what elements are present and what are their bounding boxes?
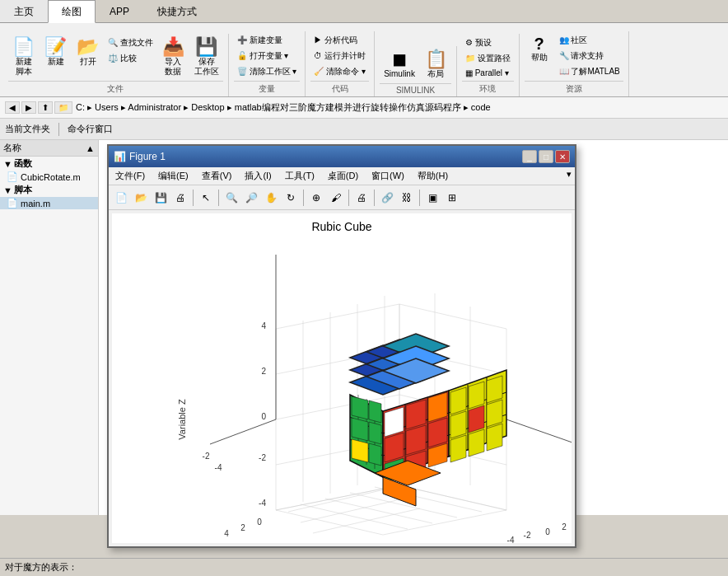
fig-print-button[interactable]: 🖨 [171, 189, 189, 207]
svg-text:4: 4 [261, 321, 266, 330]
open-var-button[interactable]: 🔓 打开变量 ▾ [234, 49, 301, 63]
breadcrumb-bar: ◀ ▶ ⬆ 📁 C: ▸ Users ▸ Administrator ▸ Des… [0, 97, 728, 119]
open-button[interactable]: 📂 打开 [72, 35, 103, 69]
preferences-button[interactable]: ⚙ 预设 [462, 35, 514, 50]
save-workspace-button[interactable]: 💾 保存工作区 [190, 35, 223, 79]
back-button[interactable]: ◀ [5, 101, 20, 114]
expand-icon2: ▼ [3, 185, 12, 195]
compare-button[interactable]: ⚖️ 比较 [105, 51, 156, 66]
fig-open-button[interactable]: 📂 [132, 189, 150, 207]
svg-text:4: 4 [224, 529, 229, 538]
new-script-icon: 📄 [12, 38, 35, 56]
file-main[interactable]: 📄 main.m [0, 197, 98, 209]
new-script-button[interactable]: 📄 新建脚本 [8, 35, 39, 79]
file-icon2: 📄 [7, 198, 18, 208]
current-folder-label: 当前文件夹 [5, 123, 50, 135]
fig-sep1 [193, 190, 194, 206]
tab-shortcut[interactable]: 快捷方式 [143, 0, 211, 22]
analyze-code-button[interactable]: ▶ 分析代码 [310, 33, 369, 48]
figure-close-button[interactable]: ✕ [555, 150, 570, 163]
svg-text:-2: -2 [524, 531, 531, 540]
figure-icon: 📊 [114, 151, 126, 162]
tab-app[interactable]: APP [96, 0, 143, 22]
expand-icon: ▼ [3, 159, 12, 169]
folder-icon-button[interactable]: 📁 [54, 101, 72, 114]
layout-button[interactable]: 📋 布局 [421, 48, 451, 82]
svg-line-22 [210, 419, 276, 444]
fig-sep4 [348, 190, 349, 206]
fig-data-cursor-button[interactable]: ⊕ [307, 189, 325, 207]
filename2: main.m [21, 199, 50, 208]
new-icon: 📝 [44, 38, 67, 56]
fig-pan-button[interactable]: ✋ [262, 189, 280, 207]
figure-maximize-button[interactable]: □ [539, 150, 553, 163]
figure-minimize-button[interactable]: _ [522, 150, 537, 163]
figure-toolbar: 📄 📂 💾 🖨 ↖ 🔍 🔎 ✋ ↻ ⊕ 🖌 🖨 🔗 ⛓ ▣ ⊞ [109, 185, 575, 210]
parallel-button[interactable]: ▦ Parallel ▾ [462, 67, 514, 79]
section-scripts[interactable]: ▼ 脚本 [0, 183, 98, 197]
set-path-button[interactable]: 📁 设置路径 [462, 51, 514, 66]
new-var-button[interactable]: ➕ 新建变量 [234, 33, 301, 48]
svg-marker-88 [487, 424, 502, 451]
figure-window: 📊 Figure 1 _ □ ✕ 文件(F) 编辑(E) 查看(V) 插入(I)… [107, 144, 576, 548]
save-icon: 💾 [195, 38, 217, 56]
clear-workspace-button[interactable]: 🗑️ 清除工作区 ▾ [234, 64, 301, 79]
simulink-group-label: SIMULINK [380, 83, 451, 95]
fig-brush-button[interactable]: 🖌 [327, 189, 345, 207]
fig-menu-file[interactable]: 文件(F) [112, 169, 148, 183]
svg-text:-4: -4 [259, 499, 266, 508]
fig-menu-tools[interactable]: 工具(T) [282, 169, 318, 183]
section-functions[interactable]: ▼ 函数 [0, 157, 98, 171]
svg-text:Variable X: Variable X [519, 541, 561, 543]
divider [58, 123, 59, 136]
svg-marker-71 [352, 439, 368, 462]
svg-marker-81 [450, 411, 466, 438]
fig-menu-edit[interactable]: 编辑(E) [155, 169, 192, 183]
fig-menu-help[interactable]: 帮助(H) [414, 169, 451, 183]
fig-link-button[interactable]: 🔗 [378, 189, 396, 207]
status-bar: 对于魔方的表示： [0, 558, 728, 576]
svg-marker-83 [469, 382, 484, 409]
simulink-button[interactable]: ◼ Simulink [380, 48, 419, 82]
fig-menu-insert[interactable]: 插入(I) [241, 169, 274, 183]
ribbon-group-vars: ➕ 新建变量 🔓 打开变量 ▾ 🗑️ 清除工作区 ▾ 变量 [229, 31, 306, 96]
file-icon: 📄 [7, 171, 18, 182]
tab-home[interactable]: 主页 [0, 0, 48, 22]
import-icon: 📥 [162, 38, 184, 56]
tab-plot[interactable]: 绘图 [48, 0, 96, 23]
up-button[interactable]: ⬆ [38, 101, 53, 114]
fig-multi-button[interactable]: ⊞ [443, 189, 461, 207]
panel-header: 名称 ▲ [0, 140, 98, 157]
fig-new-button[interactable]: 📄 [112, 189, 130, 207]
fig-zoom-out-button[interactable]: 🔎 [242, 189, 260, 207]
new-button[interactable]: 📝 新建 [40, 35, 71, 69]
svg-text:Variable Z: Variable Z [177, 399, 187, 440]
file-cubicrotate[interactable]: 📄 CubicRotate.m [0, 171, 98, 183]
clear-commands-button[interactable]: 🧹 清除命令 ▾ [310, 64, 369, 79]
help-button[interactable]: ? 帮助 [525, 33, 554, 65]
fig-save-button[interactable]: 💾 [152, 189, 170, 207]
community-button[interactable]: 👥 社区 [556, 33, 623, 48]
svg-text:2: 2 [240, 523, 245, 532]
tab-bar: 主页 绘图 APP 快捷方式 [0, 0, 728, 23]
svg-marker-74 [369, 443, 381, 466]
forward-button[interactable]: ▶ [21, 101, 36, 114]
learn-matlab-button[interactable]: 📖 了解MATLAB [556, 64, 623, 79]
code-group-label: 代码 [310, 81, 369, 95]
fig-rotate-button[interactable]: ↻ [282, 189, 300, 207]
fig-cursor-button[interactable]: ↖ [197, 189, 215, 207]
fig-sep2 [218, 190, 219, 206]
fig-menu-desktop[interactable]: 桌面(D) [324, 169, 362, 183]
fig-zoom-in-button[interactable]: 🔍 [222, 189, 240, 207]
import-data-button[interactable]: 📥 导入数据 [158, 35, 189, 79]
fig-link2-button[interactable]: ⛓ [398, 189, 416, 207]
fig-menu-window[interactable]: 窗口(W) [368, 169, 408, 183]
request-support-button[interactable]: 🔧 请求支持 [556, 49, 623, 63]
fig-menu-view[interactable]: 查看(V) [198, 169, 236, 183]
svg-marker-70 [352, 418, 368, 441]
fig-single-button[interactable]: ▣ [423, 189, 441, 207]
fig-print2-button[interactable]: 🖨 [352, 189, 371, 207]
ribbon-group-resources: ? 帮助 👥 社区 🔧 请求支持 📖 了解MATLAB 资源 [520, 31, 629, 96]
find-files-button[interactable]: 🔍 查找文件 [105, 35, 156, 50]
run-time-button[interactable]: ⏱ 运行并计时 [310, 49, 369, 63]
